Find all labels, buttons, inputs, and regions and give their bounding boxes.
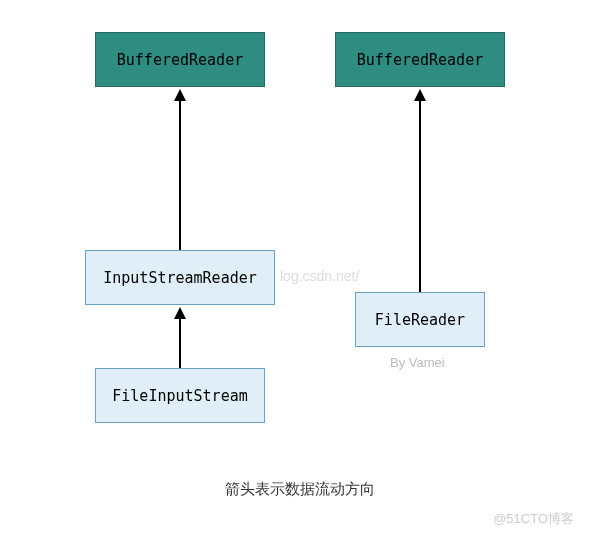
watermark-footer: @51CTO博客 <box>493 510 574 528</box>
arrow-line <box>179 318 181 368</box>
right-top-box: BufferedReader <box>335 32 505 87</box>
left-top-box: BufferedReader <box>95 32 265 87</box>
diagram-container: BufferedReader InputStreamReader FileInp… <box>0 0 589 538</box>
arrow-line <box>419 100 421 292</box>
diagram-caption: 箭头表示数据流动方向 <box>200 480 400 499</box>
watermark-author: By Vamei <box>390 355 445 370</box>
watermark-csdn: log.csdn.net/ <box>280 268 359 284</box>
right-bottom-box: FileReader <box>355 292 485 347</box>
arrow-line <box>179 100 181 250</box>
left-middle-box: InputStreamReader <box>85 250 275 305</box>
left-bottom-box: FileInputStream <box>95 368 265 423</box>
